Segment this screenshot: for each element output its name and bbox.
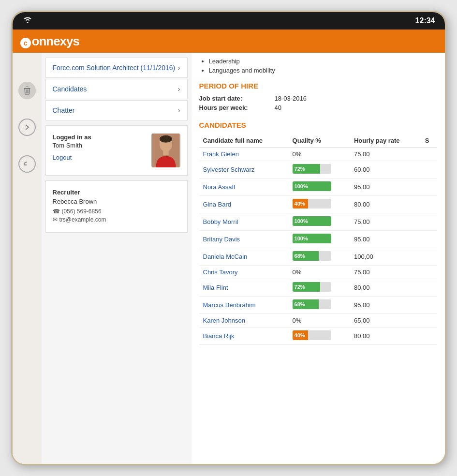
undo-button[interactable] <box>18 155 36 173</box>
table-header-row: Candidate full name Quality % Hourly pay… <box>199 134 437 148</box>
user-info: Logged in as Tom Smith Logout <box>53 134 91 162</box>
candidate-link[interactable]: Nora Assaff <box>203 183 236 191</box>
table-row: Mila Flint 72% 80,00 <box>199 279 437 297</box>
tablet-frame: 12:34 connexys <box>11 11 446 465</box>
candidate-pay-cell: 95,00 <box>350 231 421 248</box>
candidate-s-cell <box>421 148 437 161</box>
table-row: Marcus Benbrahim 68% 95,00 <box>199 297 437 314</box>
candidate-link[interactable]: Gina Bard <box>203 201 232 208</box>
user-name: Tom Smith <box>53 142 91 149</box>
col-s: S <box>421 134 437 148</box>
candidate-name-cell[interactable]: Nora Assaff <box>199 178 289 196</box>
bullet-languages: Languages and mobility <box>209 67 437 74</box>
candidate-name-cell[interactable]: Daniela McCain <box>199 248 289 266</box>
email-icon: ✉ <box>53 216 58 223</box>
status-time: 12:34 <box>415 16 435 25</box>
candidate-s-cell <box>421 327 437 345</box>
trash-button[interactable] <box>18 82 36 99</box>
table-row: Daniela McCain 68% 100,00 <box>199 248 437 266</box>
right-panel: Leadership Languages and mobility PERIOD… <box>192 53 445 464</box>
logout-button[interactable]: Logout <box>53 154 72 161</box>
candidate-s-cell <box>421 314 437 327</box>
candidate-link[interactable]: Sylvester Schwarz <box>203 166 255 173</box>
candidate-quality-cell: 40% <box>289 327 350 345</box>
candidate-link[interactable]: Bobby Morril <box>203 218 238 225</box>
bullet-leadership: Leadership <box>209 58 437 65</box>
candidate-s-cell <box>421 231 437 248</box>
candidate-name-cell[interactable]: Chris Tavory <box>199 266 289 279</box>
left-panel: Force.com Solution Architect (11/1/2016)… <box>42 53 192 464</box>
period-grid: Job start date: 18-03-2016 Hours per wee… <box>199 95 437 111</box>
nav-item-candidates[interactable]: Candidates › <box>45 79 188 99</box>
col-pay: Hourly pay rate <box>350 134 421 148</box>
candidates-table: Candidate full name Quality % Hourly pay… <box>199 134 437 345</box>
nav-arrow-candidates: › <box>178 85 180 93</box>
job-start-label: Job start date: <box>199 95 267 102</box>
logo-c: c <box>20 38 31 48</box>
candidate-quality-cell: 68% <box>289 248 350 266</box>
logged-in-label: Logged in as <box>53 134 91 141</box>
candidate-quality-cell: 72% <box>289 161 350 178</box>
candidate-pay-cell: 80,00 <box>350 279 421 297</box>
table-row: Bianca Rijk 40% 80,00 <box>199 327 437 345</box>
nav-item-architect[interactable]: Force.com Solution Architect (11/1/2016)… <box>45 58 188 78</box>
candidate-s-cell <box>421 279 437 297</box>
job-start-value: 18-03-2016 <box>275 95 437 102</box>
candidate-link[interactable]: Mila Flint <box>203 284 228 291</box>
nav-arrow-architect: › <box>178 64 180 72</box>
candidate-name-cell[interactable]: Frank Gielen <box>199 148 289 161</box>
app-logo: connexys <box>20 34 80 49</box>
nav-label-architect: Force.com Solution Architect (11/1/2016) <box>53 64 176 72</box>
candidate-name-cell[interactable]: Bianca Rijk <box>199 327 289 345</box>
candidate-quality-cell: 100% <box>289 231 350 248</box>
candidate-quality-cell: 100% <box>289 178 350 196</box>
nav-item-chatter[interactable]: Chatter › <box>45 100 188 120</box>
candidate-name-cell[interactable]: Sylvester Schwarz <box>199 161 289 178</box>
nav-label-chatter: Chatter <box>53 106 75 114</box>
forward-button[interactable] <box>18 119 36 136</box>
recruiter-email: ✉trs@example.com <box>53 216 180 223</box>
candidate-name-cell[interactable]: Gina Bard <box>199 196 289 213</box>
phone-icon: ☎ <box>53 208 60 215</box>
candidate-pay-cell: 100,00 <box>350 248 421 266</box>
col-name: Candidate full name <box>199 134 289 148</box>
table-row: Frank Gielen0%75,00 <box>199 148 437 161</box>
col-quality: Quality % <box>289 134 350 148</box>
candidate-pay-cell: 75,00 <box>350 148 421 161</box>
candidate-s-cell <box>421 196 437 213</box>
period-of-hire-title: PERIOD OF HIRE <box>199 82 437 90</box>
candidate-link[interactable]: Karen Johnson <box>203 317 245 324</box>
recruiter-card: Recruiter Rebecca Brown ☎(056) 569-6856 … <box>45 180 188 233</box>
avatar <box>151 134 180 167</box>
candidate-quality-cell: 40% <box>289 196 350 213</box>
candidate-quality-cell: 0% <box>289 266 350 279</box>
candidate-name-cell[interactable]: Karen Johnson <box>199 314 289 327</box>
table-row: Nora Assaff 100% 95,00 <box>199 178 437 196</box>
candidate-quality-cell: 0% <box>289 148 350 161</box>
table-row: Gina Bard 40% 80,00 <box>199 196 437 213</box>
wifi-icon <box>22 16 33 26</box>
candidate-name-cell[interactable]: Britany Davis <box>199 231 289 248</box>
candidate-name-cell[interactable]: Mila Flint <box>199 279 289 297</box>
candidate-name-cell[interactable]: Bobby Morril <box>199 213 289 231</box>
hours-value: 40 <box>275 104 437 111</box>
svg-rect-1 <box>26 87 29 87</box>
recruiter-name: Rebecca Brown <box>53 198 180 205</box>
nav-label-candidates: Candidates <box>53 85 87 93</box>
candidate-name-cell[interactable]: Marcus Benbrahim <box>199 297 289 314</box>
candidate-pay-cell: 60,00 <box>350 161 421 178</box>
app-header: connexys <box>13 30 445 53</box>
candidate-link[interactable]: Chris Tavory <box>203 268 238 276</box>
candidate-link[interactable]: Bianca Rijk <box>203 332 235 340</box>
candidate-link[interactable]: Marcus Benbrahim <box>203 301 256 309</box>
table-row: Chris Tavory0%75,00 <box>199 266 437 279</box>
candidate-pay-cell: 65,00 <box>350 314 421 327</box>
candidate-link[interactable]: Britany Davis <box>203 236 240 243</box>
svg-rect-7 <box>163 150 168 155</box>
candidate-s-cell <box>421 213 437 231</box>
candidates-title: CANDIDATES <box>199 121 437 129</box>
candidate-link[interactable]: Daniela McCain <box>203 253 248 260</box>
candidate-link[interactable]: Frank Gielen <box>203 150 239 158</box>
candidate-pay-cell: 80,00 <box>350 327 421 345</box>
table-row: Sylvester Schwarz 72% 60,00 <box>199 161 437 178</box>
